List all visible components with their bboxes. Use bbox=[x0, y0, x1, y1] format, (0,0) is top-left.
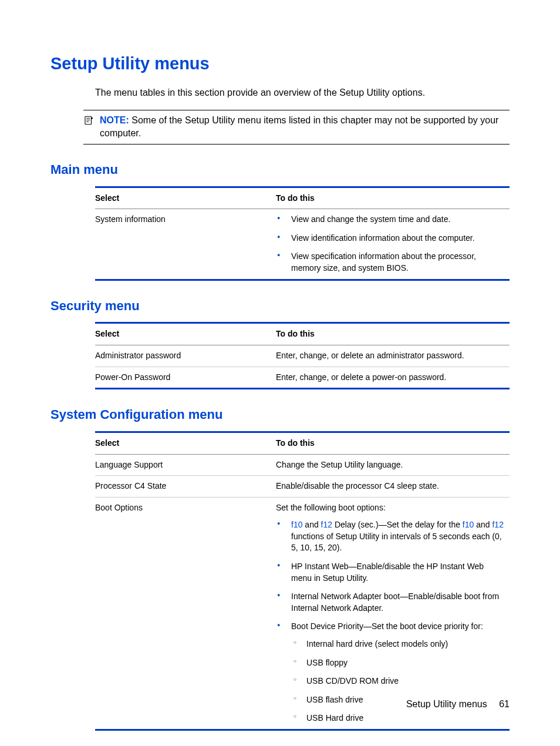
boot-intro: Set the following boot options: bbox=[276, 502, 505, 514]
table-row: Boot Options Set the following boot opti… bbox=[95, 497, 510, 730]
col-select: Select bbox=[95, 187, 276, 209]
heading-sysconfig: System Configuration menu bbox=[50, 406, 510, 424]
table-row: Administrator password Enter, change, or… bbox=[95, 345, 510, 367]
list-item: f10 and f12 Delay (sec.)—Set the delay f… bbox=[276, 519, 505, 554]
text: Boot Device Priority—Set the boot device… bbox=[291, 621, 483, 631]
col-todo: To do this bbox=[276, 187, 510, 209]
list-item: View and change the system time and date… bbox=[276, 214, 505, 226]
list-item: View identification information about th… bbox=[276, 233, 505, 244]
table-row: System information View and change the s… bbox=[95, 209, 510, 280]
cell-select: Power-On Password bbox=[95, 367, 276, 389]
list-item: Internal hard drive (select models only) bbox=[291, 639, 505, 650]
col-todo: To do this bbox=[276, 432, 510, 454]
cell-todo: Set the following boot options: f10 and … bbox=[276, 497, 510, 730]
table-row: Language Support Change the Setup Utilit… bbox=[95, 454, 510, 476]
note-icon bbox=[83, 114, 94, 129]
cell-select: Boot Options bbox=[95, 497, 276, 730]
note-content: NOTE: Some of the Setup Utility menu ite… bbox=[100, 114, 510, 140]
list-item: HP Instant Web—Enable/disable the HP Ins… bbox=[276, 561, 505, 584]
list-item: Internal Network Adapter boot—Enable/dis… bbox=[276, 591, 505, 614]
footer-label: Setup Utility menus bbox=[406, 699, 487, 709]
page-title: Setup Utility menus bbox=[50, 52, 510, 76]
cell-select: Language Support bbox=[95, 454, 276, 476]
sysconfig-menu-table: Select To do this Language Support Chang… bbox=[95, 431, 510, 731]
cell-todo: Enable/disable the processor C4 sleep st… bbox=[276, 476, 510, 498]
cell-todo: Change the Setup Utility language. bbox=[276, 454, 510, 476]
svg-rect-0 bbox=[85, 116, 92, 125]
list-item: USB floppy bbox=[291, 657, 505, 669]
main-menu-table: Select To do this System information Vie… bbox=[95, 186, 510, 281]
heading-main: Main menu bbox=[50, 161, 510, 179]
security-menu-table: Select To do this Administrator password… bbox=[95, 322, 510, 389]
cell-todo: View and change the system time and date… bbox=[276, 209, 510, 280]
cell-todo: Enter, change, or delete a power-on pass… bbox=[276, 367, 510, 389]
note-label: NOTE: bbox=[100, 115, 129, 125]
cell-todo: Enter, change, or delete an administrato… bbox=[276, 345, 510, 367]
col-select: Select bbox=[95, 432, 276, 454]
page-footer: Setup Utility menus 61 bbox=[406, 698, 510, 711]
key-label: f10 bbox=[463, 520, 474, 529]
list-item: USB CD/DVD ROM drive bbox=[291, 676, 505, 687]
list-item: USB Hard drive bbox=[291, 713, 505, 724]
col-select: Select bbox=[95, 323, 276, 345]
key-label: f10 bbox=[291, 520, 302, 529]
intro-text: The menu tables in this section provide … bbox=[95, 86, 510, 99]
key-label: f12 bbox=[321, 520, 332, 529]
note-text: Some of the Setup Utility menu items lis… bbox=[100, 115, 498, 138]
col-todo: To do this bbox=[276, 323, 510, 345]
page: Setup Utility menus The menu tables in t… bbox=[0, 0, 560, 746]
note-box: NOTE: Some of the Setup Utility menu ite… bbox=[83, 110, 510, 145]
cell-select: System information bbox=[95, 209, 276, 280]
list-item: View specification information about the… bbox=[276, 251, 505, 274]
table-row: Processor C4 State Enable/disable the pr… bbox=[95, 476, 510, 498]
text: and bbox=[474, 520, 492, 529]
heading-security: Security menu bbox=[50, 297, 510, 315]
text: and bbox=[302, 520, 321, 529]
page-number: 61 bbox=[499, 699, 510, 709]
table-row: Power-On Password Enter, change, or dele… bbox=[95, 367, 510, 389]
key-label: f12 bbox=[492, 520, 503, 529]
cell-select: Administrator password bbox=[95, 345, 276, 367]
text: Delay (sec.)—Set the delay for the bbox=[332, 520, 463, 529]
text: functions of Setup Utility in intervals … bbox=[291, 532, 502, 553]
cell-select: Processor C4 State bbox=[95, 476, 276, 498]
